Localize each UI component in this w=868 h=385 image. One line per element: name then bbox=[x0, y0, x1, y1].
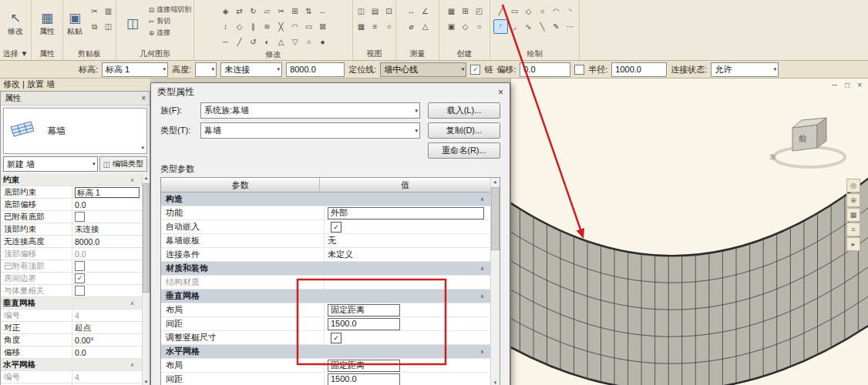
ribbon-icon[interactable]: ○ bbox=[472, 19, 486, 34]
properties-panel-header[interactable]: 属性 × bbox=[1, 92, 150, 105]
props-value-偏移[interactable]: 0.0 bbox=[72, 346, 142, 358]
ribbon-icon[interactable]: ⊠ bbox=[315, 19, 330, 34]
props-value-角度[interactable]: 0.00° bbox=[72, 334, 142, 346]
ribbon-item-剪切[interactable]: ✂剪切 bbox=[149, 16, 192, 26]
ribbon-panel-label-measure[interactable]: 测量 bbox=[396, 49, 439, 60]
ribbon-panel-label-clipboard[interactable]: 剪贴板 bbox=[63, 49, 116, 60]
ribbon-icon[interactable]: ✎ bbox=[549, 19, 564, 34]
param-value-间距[interactable]: 1500.0 bbox=[325, 373, 490, 385]
ribbon-icon[interactable]: ⧉ bbox=[87, 19, 102, 34]
ribbon-icon[interactable]: ✂ bbox=[87, 4, 102, 18]
param-value-调整竖梃尺寸[interactable]: ✓ bbox=[325, 331, 490, 344]
ribbon-icon[interactable]: ╱ bbox=[493, 4, 508, 18]
ribbon-icon[interactable]: ↔ bbox=[404, 4, 419, 18]
param-group-材质和装饰[interactable]: 材质和装饰∧ bbox=[161, 262, 490, 276]
props-value-底部偏移[interactable]: 0.0 bbox=[72, 199, 142, 210]
ribbon-panel-label-select[interactable]: 选择 ▼ bbox=[0, 49, 31, 60]
collapse-icon[interactable]: ∧ bbox=[480, 266, 484, 272]
props-group-水平网格[interactable]: 水平网格∧ bbox=[1, 359, 142, 371]
duplicate-button[interactable]: 复制(D)... bbox=[428, 122, 500, 139]
scroll-up-icon[interactable]: ▲ bbox=[144, 174, 149, 182]
collapse-icon[interactable]: ∧ bbox=[480, 196, 484, 203]
param-value-连接条件[interactable]: 未定义 bbox=[325, 248, 490, 261]
ribbon-icon[interactable]: ○ bbox=[535, 4, 550, 18]
close-icon[interactable]: × bbox=[498, 87, 503, 98]
param-value-布局[interactable]: 固定距离 bbox=[325, 359, 490, 372]
props-value-对正[interactable]: 起点 bbox=[72, 322, 142, 333]
ribbon-icon[interactable]: ◇ bbox=[458, 19, 473, 34]
ribbon-icon[interactable]: ╳ bbox=[274, 19, 288, 34]
collapse-icon[interactable]: ∧ bbox=[130, 177, 134, 183]
ribbon-icon[interactable]: ∿ bbox=[521, 19, 536, 34]
ribbon-panel-label-view[interactable]: 视图 bbox=[353, 49, 395, 60]
props-value-底部约束[interactable]: 标高 1 bbox=[72, 186, 142, 198]
type-selector-combo[interactable]: 新建 墙▾ bbox=[3, 156, 98, 172]
checkbox[interactable] bbox=[75, 261, 85, 271]
ribbon-icon[interactable]: ▭ bbox=[507, 4, 522, 18]
viewcube-compass-ring[interactable] bbox=[774, 147, 845, 167]
ribbon-icon[interactable]: ◠ bbox=[288, 19, 302, 34]
props-value-顶部约束[interactable]: 未连接 bbox=[72, 223, 142, 235]
ribbon-icon[interactable]: ◠ bbox=[549, 4, 564, 18]
nav-tool-icon-2[interactable]: ▦ bbox=[846, 208, 860, 222]
collapse-icon[interactable]: ∧ bbox=[480, 293, 484, 300]
ribbon-icon[interactable]: ◝ bbox=[563, 4, 577, 18]
dialog-titlebar[interactable]: 类型属性 × bbox=[151, 83, 510, 101]
ribbon-button-粘贴[interactable]: ▣粘贴 bbox=[65, 2, 85, 45]
scrollbar-thumb[interactable] bbox=[491, 187, 500, 250]
ribbon-icon[interactable]: ⊡ bbox=[382, 4, 396, 18]
ribbon-button-属性[interactable]: ▦属性 bbox=[33, 2, 61, 45]
ribbon-icon[interactable]: ↺ bbox=[246, 35, 261, 49]
ribbon-icon[interactable]: ─ bbox=[218, 35, 233, 49]
height-small-combo[interactable]: ▾ bbox=[195, 62, 217, 77]
ribbon-icon[interactable]: ≋ bbox=[260, 19, 274, 34]
ribbon-icon[interactable]: ▦ bbox=[354, 19, 368, 34]
collapse-icon[interactable]: ∧ bbox=[130, 362, 134, 368]
ribbon-icon[interactable]: △ bbox=[274, 35, 288, 49]
chevron-down-icon[interactable]: ▾ bbox=[141, 145, 144, 151]
ribbon-icon[interactable]: ▣ bbox=[444, 19, 459, 34]
ribbon-icon[interactable]: ● bbox=[315, 35, 330, 49]
param-group-水平网格[interactable]: 水平网格∧ bbox=[161, 345, 490, 359]
ribbon-icon[interactable]: ⇅ bbox=[301, 4, 316, 18]
ribbon-item-连接[interactable]: ⊕连接 bbox=[149, 28, 192, 38]
edit-type-button[interactable]: ◫编辑类型 bbox=[99, 156, 147, 172]
ribbon-icon[interactable]: ○ bbox=[301, 35, 316, 49]
ribbon-icon[interactable]: ✂ bbox=[274, 4, 288, 18]
ribbon-icon[interactable]: ◈ bbox=[218, 4, 233, 18]
nav-tool-icon-3[interactable]: ≡ bbox=[846, 223, 860, 236]
param-group-构造[interactable]: 构造∧ bbox=[161, 192, 490, 206]
scroll-down-icon[interactable]: ▼ bbox=[493, 379, 498, 385]
restore-icon[interactable]: □ bbox=[845, 81, 849, 89]
ribbon-icon[interactable]: ⌀ bbox=[404, 19, 419, 34]
ribbon-icon[interactable]: △ bbox=[418, 19, 432, 34]
props-group-约束[interactable]: 约束∧ bbox=[1, 174, 142, 186]
ribbon-icon[interactable]: ∠ bbox=[418, 4, 432, 18]
chain-checkbox[interactable]: ✓ bbox=[470, 65, 480, 75]
ribbon-item-连接端切割[interactable]: ⊟连接端切割 bbox=[149, 5, 192, 15]
level-combo[interactable]: 标高 1▾ bbox=[102, 62, 168, 77]
nav-tool-icon-4[interactable]: ▸ bbox=[846, 237, 860, 251]
param-group-垂直网格[interactable]: 垂直网格∧ bbox=[161, 290, 490, 303]
ribbon-icon[interactable]: ╱ bbox=[232, 35, 247, 49]
ribbon-icon[interactable]: ◰ bbox=[472, 4, 486, 18]
ribbon-icon[interactable]: ⇄ bbox=[232, 4, 247, 18]
offset-input[interactable]: 0.0 bbox=[520, 62, 570, 77]
ribbon-icon[interactable]: ╲ bbox=[535, 19, 550, 34]
type-combo[interactable]: 幕墙▾ bbox=[200, 122, 420, 139]
ribbon-panel-label-geometry[interactable]: 几何图形 bbox=[116, 49, 193, 60]
ribbon-icon[interactable]: ≡ bbox=[368, 19, 382, 34]
props-group-垂直网格[interactable]: 垂直网格∧ bbox=[1, 297, 142, 310]
height-value-input[interactable]: 8000.0 bbox=[286, 62, 345, 77]
checkbox[interactable]: ✓ bbox=[331, 333, 341, 343]
scrollbar-thumb[interactable] bbox=[143, 183, 150, 293]
param-value-功能[interactable]: 外部 bbox=[325, 206, 490, 219]
type-preview[interactable]: 幕墙 ▾ bbox=[3, 108, 147, 154]
ribbon-icon[interactable]: ⊞ bbox=[288, 4, 302, 18]
ribbon-panel-label-modify[interactable]: 修改 bbox=[194, 49, 352, 60]
ribbon-icon[interactable]: ◫ bbox=[354, 4, 368, 18]
drawing-area[interactable]: ─□× 前 东 ◎⊕▦≡▸ bbox=[510, 79, 868, 385]
rename-button[interactable]: 重命名(R)... bbox=[428, 142, 500, 159]
ribbon-panel-label-create[interactable]: 创建 bbox=[439, 49, 490, 60]
checkbox[interactable]: ✓ bbox=[331, 222, 341, 233]
